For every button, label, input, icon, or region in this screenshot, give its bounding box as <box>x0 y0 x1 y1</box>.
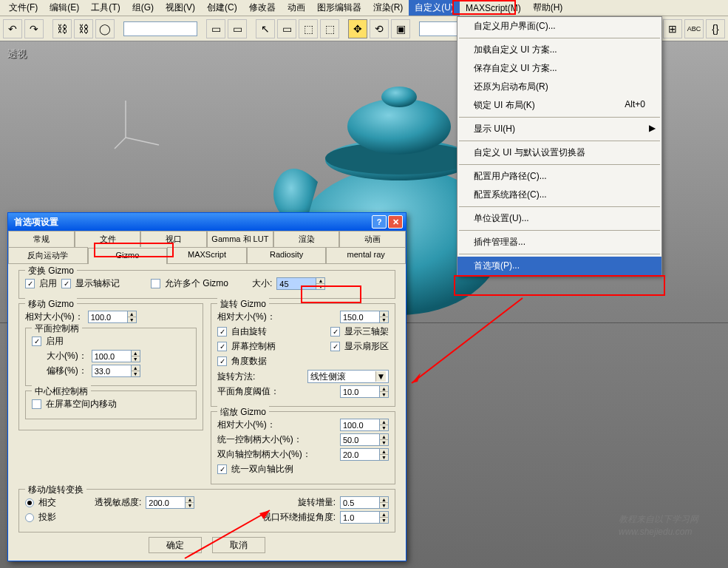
menu-edit[interactable]: 编辑(E) <box>44 0 85 16</box>
select-icon[interactable]: ▭ <box>206 19 225 38</box>
close-button[interactable]: ✕ <box>388 215 403 229</box>
selection-filter-combo[interactable] <box>123 21 197 36</box>
dialog-titlebar[interactable]: 首选项设置 ? ✕ <box>8 213 406 231</box>
viewport-label: 透视 <box>7 47 27 61</box>
triax-checkbox[interactable] <box>330 327 340 337</box>
tab-maxscript[interactable]: MAXScript <box>167 247 247 263</box>
rotate-icon[interactable]: ⟲ <box>370 19 389 38</box>
link-icon[interactable]: ⛓ <box>52 19 72 38</box>
enable-checkbox[interactable] <box>25 279 35 288</box>
tab-gamma-lut[interactable]: Gamma 和 LUT <box>207 231 273 247</box>
center-move-checkbox[interactable] <box>32 399 41 409</box>
tab-viewports[interactable]: 视口 <box>140 231 207 247</box>
window-crossing-icon[interactable]: ⬚ <box>299 19 318 38</box>
rot-inc-spinner[interactable]: ▲▼ <box>340 496 389 509</box>
dialog-title: 首选项设置 <box>11 216 370 229</box>
tab-gizmo[interactable]: Gizmo <box>88 248 168 264</box>
sector-checkbox[interactable] <box>330 342 340 351</box>
size-spinner[interactable]: ▲▼ <box>276 277 325 290</box>
tab-animation[interactable]: 动画 <box>339 231 406 247</box>
customize-dropdown: 自定义用户界面(C)... 加载自定义 UI 方案... 保存自定义 UI 方案… <box>457 16 662 276</box>
dd-preferences[interactable]: 首选项(P)... <box>457 257 661 275</box>
dd-units-setup[interactable]: 单位设置(U)... <box>457 209 661 228</box>
free-rotate-checkbox[interactable] <box>217 327 227 337</box>
dd-show-ui[interactable]: 显示 UI(H)▶ <box>457 120 661 138</box>
menu-customize[interactable]: 自定义(U) <box>409 0 460 16</box>
menu-modifiers[interactable]: 修改器 <box>243 0 282 16</box>
move-rel-spinner[interactable]: ▲▼ <box>88 311 137 323</box>
text-icon[interactable]: ABC <box>684 19 704 38</box>
axis-gizmo <box>111 93 170 152</box>
bind-icon[interactable]: ◯ <box>95 19 115 38</box>
project-radio[interactable] <box>25 513 34 522</box>
scale-twoaxis-spinner[interactable]: ▲▼ <box>340 448 389 461</box>
menu-animation[interactable]: 动画 <box>282 0 311 16</box>
select-region-icon[interactable]: ▭ <box>277 19 296 38</box>
plane-offset-spinner[interactable]: ▲▼ <box>92 365 140 377</box>
plane-size-spinner[interactable]: ▲▼ <box>92 350 140 362</box>
dd-config-user-paths[interactable]: 配置用户路径(C)... <box>457 167 661 186</box>
scale-gizmo-group: 缩放 Gizmo 相对大小(%)：▲▼ 统一控制柄大小(%)：▲▼ 双向轴控制柄… <box>211 411 395 484</box>
dd-plugin-manager[interactable]: 插件管理器... <box>457 233 661 251</box>
menu-rendering[interactable]: 渲染(R) <box>367 0 409 16</box>
scale-rel-spinner[interactable]: ▲▼ <box>340 419 389 431</box>
screen-handle-checkbox[interactable] <box>217 342 227 351</box>
persp-spinner[interactable]: ▲▼ <box>146 496 194 509</box>
menu-maxscript[interactable]: MAXScript(M) <box>460 1 527 15</box>
move-gizmo-group: 移动 Gizmo 相对大小(%)： ▲▼ 平面控制柄 启用 大小(%)：▲▼ 偏… <box>18 303 203 430</box>
cancel-button[interactable]: 取消 <box>212 537 265 553</box>
scale-uni-spinner[interactable]: ▲▼ <box>340 433 389 446</box>
menu-create[interactable]: 创建(C) <box>201 0 243 16</box>
undo-icon[interactable]: ↶ <box>3 19 22 38</box>
dd-save-ui-scheme[interactable]: 保存自定义 UI 方案... <box>457 59 661 78</box>
braces-icon[interactable]: {} <box>706 19 725 38</box>
dd-lock-ui-layout[interactable]: 锁定 UI 布局(K)Alt+0 <box>457 96 661 115</box>
select-name-icon[interactable]: ▭ <box>228 19 247 38</box>
svg-line-1 <box>126 138 159 145</box>
dd-customize-ui[interactable]: 自定义用户界面(C)... <box>457 17 661 36</box>
allow-multi-checkbox[interactable] <box>151 279 160 288</box>
dd-config-system-paths[interactable]: 配置系统路径(C)... <box>457 186 661 204</box>
tab-mentalray[interactable]: mental ray <box>326 247 406 263</box>
menu-group[interactable]: 组(G) <box>126 0 160 16</box>
scale-icon[interactable]: ▣ <box>391 19 410 38</box>
show-axis-checkbox[interactable] <box>61 279 71 288</box>
snap-icon[interactable]: ⊞ <box>663 19 682 38</box>
plane-handle-group: 平面控制柄 启用 大小(%)：▲▼ 偏移(%)：▲▼ <box>25 328 197 386</box>
rotate-rel-spinner[interactable]: ▲▼ <box>340 311 389 323</box>
menu-graph-editors[interactable]: 图形编辑器 <box>311 0 367 16</box>
angle-data-checkbox[interactable] <box>217 356 227 366</box>
ok-button[interactable]: 确定 <box>149 537 202 553</box>
preferences-dialog: 首选项设置 ? ✕ 常规 文件 视口 Gamma 和 LUT 渲染 动画 反向运… <box>7 212 406 561</box>
tab-radiosity[interactable]: Radiosity <box>247 247 327 263</box>
help-button[interactable]: ? <box>372 215 387 229</box>
select-region2-icon[interactable]: ⬚ <box>320 19 339 38</box>
rotate-gizmo-group: 旋转 Gizmo 相对大小(%)：▲▼ 自由旋转显示三轴架 屏幕控制柄显示扇形区… <box>211 303 395 407</box>
svg-point-7 <box>381 87 417 107</box>
tab-rendering[interactable]: 渲染 <box>273 231 340 247</box>
uniform2-checkbox[interactable] <box>217 464 227 474</box>
menu-file[interactable]: 文件(F) <box>3 0 44 16</box>
plane-enable-checkbox[interactable] <box>32 337 41 346</box>
tab-general[interactable]: 常规 <box>8 231 75 247</box>
rotate-method-combo[interactable]: 线性侧滚▼ <box>307 370 389 383</box>
transform-gizmo-group: 变换 Gizmo 启用 显示轴标记 允许多个 Gizmo 大小: ▲▼ <box>18 270 395 299</box>
dd-revert-layout[interactable]: 还原为启动布局(R) <box>457 78 661 96</box>
menu-views[interactable]: 视图(V) <box>160 0 201 16</box>
intersect-radio[interactable] <box>25 498 34 507</box>
tab-files[interactable]: 文件 <box>75 231 141 247</box>
unlink-icon[interactable]: ⛓ <box>74 19 93 38</box>
move-rel-label: 相对大小(%)： <box>25 311 84 323</box>
cursor-icon[interactable]: ↖ <box>256 19 275 38</box>
center-box-group: 中心框控制柄 在屏幕空间内移动 <box>25 390 197 419</box>
threshold-spinner[interactable]: ▲▼ <box>340 385 389 398</box>
menu-tools[interactable]: 工具(T) <box>85 0 126 16</box>
vp-wrap-spinner[interactable]: ▲▼ <box>340 511 389 524</box>
tab-ik[interactable]: 反向运动学 <box>8 247 88 263</box>
dd-load-ui-scheme[interactable]: 加载自定义 UI 方案... <box>457 41 661 59</box>
redo-icon[interactable]: ↷ <box>24 19 44 38</box>
dd-ui-defaults-switcher[interactable]: 自定义 UI 与默认设置切换器 <box>457 143 661 162</box>
svg-line-2 <box>115 138 126 149</box>
move-icon[interactable]: ✥ <box>348 19 367 38</box>
menu-help[interactable]: 帮助(H) <box>527 0 569 16</box>
